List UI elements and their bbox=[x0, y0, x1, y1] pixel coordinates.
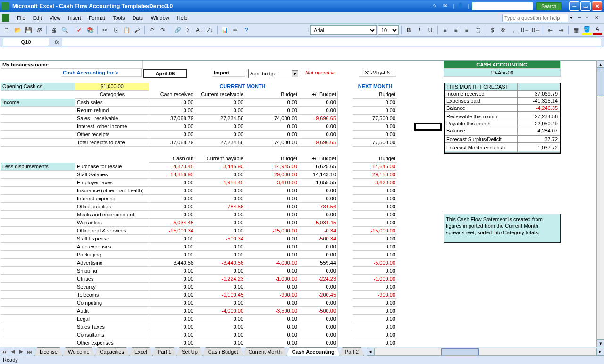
current-payable-header[interactable]: Current payable bbox=[195, 155, 245, 163]
disb-pm-budget[interactable]: -5,034.45 bbox=[299, 219, 338, 227]
permission-icon[interactable]: 🖅 bbox=[34, 25, 44, 35]
disb-pm-budget[interactable]: 14,143.10 bbox=[299, 171, 338, 179]
disb-next-budget[interactable]: 0.00 bbox=[353, 331, 397, 339]
blank-cell[interactable] bbox=[1, 299, 76, 307]
cash-out-header[interactable]: Cash out bbox=[149, 155, 195, 163]
disb-pm-budget[interactable]: -224.23 bbox=[299, 275, 338, 283]
scroll-up-icon[interactable]: ▴ bbox=[597, 60, 604, 68]
blank-cell[interactable] bbox=[1, 235, 76, 243]
disb-pm-budget[interactable]: 0.00 bbox=[299, 195, 338, 203]
scroll-thumb-vertical[interactable] bbox=[597, 68, 604, 96]
income-receivable[interactable]: 0.00 bbox=[195, 107, 245, 115]
disb-pm-budget[interactable]: 0.00 bbox=[299, 323, 338, 331]
disb-pm-budget[interactable]: 0.00 bbox=[299, 331, 338, 339]
disb-cash[interactable]: 0.00 bbox=[149, 323, 195, 331]
increase-indent-icon[interactable]: ⇥ bbox=[556, 25, 566, 35]
forecast-row-label[interactable] bbox=[445, 112, 518, 113]
disb-next-budget[interactable]: 0.00 bbox=[353, 315, 397, 323]
opening-cash-value[interactable]: $1,000.00 bbox=[76, 83, 149, 91]
disb-cash[interactable]: -4,873.45 bbox=[149, 163, 195, 171]
disb-pm-budget[interactable]: 0.00 bbox=[299, 187, 338, 195]
disb-cash[interactable]: 0.00 bbox=[149, 267, 195, 275]
disb-pm-budget[interactable]: 0.00 bbox=[299, 315, 338, 323]
blank-cell[interactable] bbox=[1, 115, 76, 123]
disb-next-budget[interactable]: 0.00 bbox=[353, 211, 397, 219]
disb-pm-budget[interactable]: 6,625.65 bbox=[299, 163, 338, 171]
blank-cell[interactable] bbox=[1, 275, 76, 283]
cash-accounting-title[interactable]: CASH ACCOUNTING bbox=[444, 61, 561, 69]
forecast-row-value[interactable] bbox=[518, 151, 560, 152]
disb-cash[interactable]: -14,856.90 bbox=[149, 171, 195, 179]
menu-format[interactable]: Format bbox=[85, 14, 109, 22]
menu-view[interactable]: View bbox=[46, 14, 65, 22]
income-pm-budget[interactable]: 0.00 bbox=[299, 123, 338, 131]
blank-cell[interactable] bbox=[1, 251, 76, 259]
forecast-row-value[interactable] bbox=[518, 143, 560, 144]
blank-cell[interactable] bbox=[1, 323, 76, 331]
merge-icon[interactable]: ⬚ bbox=[473, 25, 482, 35]
disb-category[interactable]: Advertising bbox=[76, 259, 149, 267]
pm-budget-header[interactable]: +/- Budget bbox=[299, 91, 338, 99]
disb-next-budget[interactable]: -3,620.00 bbox=[353, 179, 397, 187]
disb-category[interactable]: Staff Salaries bbox=[76, 171, 149, 179]
sheet-tab-excel[interactable]: Excel bbox=[129, 347, 152, 356]
not-operative-label[interactable]: Not operative bbox=[304, 69, 342, 77]
income-cash[interactable]: 37,068.79 bbox=[149, 115, 195, 123]
forecast-row-label[interactable]: Income received bbox=[445, 91, 518, 97]
forecast-row-value[interactable]: 37.72 bbox=[518, 136, 560, 142]
disb-pm-budget[interactable]: -0.34 bbox=[299, 227, 338, 235]
disb-budget[interactable]: 0.00 bbox=[245, 211, 299, 219]
sheet-tab-part-1[interactable]: Part 1 bbox=[152, 347, 176, 356]
disb-payable[interactable]: 0.00 bbox=[195, 227, 245, 235]
disb-payable[interactable]: -1,954.45 bbox=[195, 179, 245, 187]
worksheet-grid[interactable]: My business nameCASH ACCOUNTINGCash Acco… bbox=[0, 60, 604, 347]
disb-category[interactable]: Office supplies bbox=[76, 203, 149, 211]
disb-category[interactable]: Meals and entertainment bbox=[76, 211, 149, 219]
blank-cell[interactable] bbox=[1, 139, 76, 147]
forecast-row-value[interactable]: -4,246.35 bbox=[518, 105, 560, 111]
disb-cash[interactable]: 0.00 bbox=[149, 251, 195, 259]
income-next-budget[interactable]: 77,500.00 bbox=[353, 139, 397, 147]
disb-budget[interactable]: -15,000.00 bbox=[245, 227, 299, 235]
disb-cash[interactable]: 0.00 bbox=[149, 179, 195, 187]
disb-next-budget[interactable]: 0.00 bbox=[353, 339, 397, 347]
sheet-tab-cash-accounting[interactable]: Cash Accounting bbox=[287, 347, 340, 356]
sort-asc-icon[interactable]: A↓ bbox=[194, 25, 204, 35]
disb-payable[interactable]: 0.00 bbox=[195, 331, 245, 339]
disb-cash[interactable]: 0.00 bbox=[149, 331, 195, 339]
forecast-row-label[interactable]: Forecast Month end cash bbox=[445, 144, 518, 151]
disb-payable[interactable]: -3,445.90 bbox=[195, 163, 245, 171]
disb-budget[interactable]: 0.00 bbox=[245, 299, 299, 307]
tab-last-icon[interactable]: ⏭ bbox=[25, 347, 34, 356]
chart-icon[interactable]: 📊 bbox=[220, 25, 229, 35]
disb-payable[interactable]: -500.34 bbox=[195, 235, 245, 243]
disb-next-budget[interactable]: 0.00 bbox=[353, 203, 397, 211]
disb-next-budget[interactable]: 0.00 bbox=[353, 299, 397, 307]
disb-category[interactable]: Staff Expense bbox=[76, 235, 149, 243]
disb-next-budget[interactable]: -15,000.00 bbox=[353, 227, 397, 235]
disb-pm-budget[interactable]: 0.00 bbox=[299, 211, 338, 219]
font-size-select[interactable]: 10 bbox=[378, 25, 399, 35]
disb-payable[interactable]: 0.00 bbox=[195, 187, 245, 195]
income-next-budget[interactable]: 0.00 bbox=[353, 107, 397, 115]
disb-next-budget[interactable]: 0.00 bbox=[353, 187, 397, 195]
disb-cash[interactable]: 0.00 bbox=[149, 211, 195, 219]
align-center-icon[interactable]: ≡ bbox=[451, 25, 461, 35]
disb-next-budget[interactable]: 0.00 bbox=[353, 307, 397, 315]
disb-category[interactable]: Shipping bbox=[76, 267, 149, 275]
income-budget[interactable]: 74,000.00 bbox=[245, 115, 299, 123]
disb-next-budget-header[interactable]: Budget bbox=[353, 155, 397, 163]
disb-cash[interactable]: 0.00 bbox=[149, 291, 195, 299]
disb-next-budget[interactable]: 0.00 bbox=[353, 283, 397, 291]
disb-budget[interactable]: -4,000.00 bbox=[245, 259, 299, 267]
disb-next-budget[interactable]: 0.00 bbox=[353, 243, 397, 251]
disb-budget[interactable]: 0.00 bbox=[245, 267, 299, 275]
disb-category[interactable]: Interest expense bbox=[76, 195, 149, 203]
blank-cell[interactable] bbox=[1, 291, 76, 299]
disb-budget[interactable]: -900.00 bbox=[245, 291, 299, 299]
forecast-row-label[interactable] bbox=[445, 134, 518, 135]
disb-cash[interactable]: -5,034.45 bbox=[149, 219, 195, 227]
disb-budget[interactable]: 0.00 bbox=[245, 203, 299, 211]
align-right-icon[interactable]: ≡ bbox=[462, 25, 471, 35]
search-input[interactable] bbox=[472, 2, 533, 10]
